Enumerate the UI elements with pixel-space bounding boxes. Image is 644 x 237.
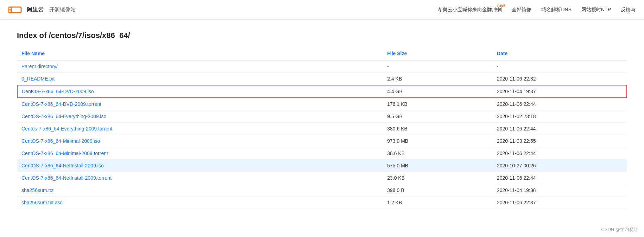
- file-link[interactable]: CentOS-7-x86_64-Minimal-2009.iso: [21, 138, 100, 144]
- file-date-cell: 2020-11-06 22:44: [493, 172, 627, 184]
- file-link[interactable]: CentOS-7-x86_64-DVD-2009.iso: [22, 89, 94, 94]
- file-date-cell: 2020-11-04 19:37: [493, 85, 627, 98]
- file-date-cell: 2020-11-06 22:44: [493, 123, 627, 135]
- file-name-cell: sha256sum.txt.asc: [17, 197, 383, 209]
- new-badge: new: [497, 3, 505, 7]
- table-header: File Name File Size Date: [17, 47, 627, 60]
- header: 阿里云 开源镜像站 冬奥云小宝喊你来向金牌冲刺 new 全部镜像 域名解析DNS…: [0, 0, 644, 20]
- table-row: CentOS-7-x86_64-Everything-2009.iso9.5 G…: [17, 110, 627, 123]
- file-table: File Name File Size Date Parent director…: [17, 47, 627, 209]
- file-date-cell: 2020-11-06 22:37: [493, 197, 627, 209]
- nav-item-feedback[interactable]: 反馈与: [621, 7, 636, 13]
- file-date-cell: 2020-11-02 23:18: [493, 110, 627, 123]
- file-size-cell: 4.4 GB: [383, 85, 493, 98]
- file-name-cell: Centos-7-x86_64-Everything-2009.torrent: [17, 123, 383, 135]
- table-row: Parent directory/--: [17, 60, 627, 73]
- file-date-cell: 2020-11-03 22:55: [493, 135, 627, 147]
- file-name-cell: CentOS-7-x86_64-Minimal-2009.iso: [17, 135, 383, 147]
- file-date-cell: 2020-11-06 22:44: [493, 147, 627, 160]
- table-row: 0_README.txt2.4 KB2020-11-06 22:32: [17, 73, 627, 85]
- nav-item-promotion[interactable]: 冬奥云小宝喊你来向金牌冲刺 new: [438, 7, 502, 13]
- nav-item-dns[interactable]: 域名解析DNS: [541, 7, 572, 13]
- file-size-cell: 176.1 KB: [383, 98, 493, 110]
- file-size-cell: 1.2 KB: [383, 197, 493, 209]
- nav-item-mirrors[interactable]: 全部镜像: [512, 7, 531, 13]
- table-row: Centos-7-x86_64-Everything-2009.torrent3…: [17, 123, 627, 135]
- col-header-name: File Name: [17, 47, 383, 60]
- main-content: Index of /centos/7/isos/x86_64/ File Nam…: [0, 20, 644, 220]
- file-name-cell: sha256sum.txt: [17, 184, 383, 197]
- file-size-cell: 9.5 GB: [383, 110, 493, 123]
- file-link[interactable]: 0_README.txt: [21, 76, 55, 82]
- file-link[interactable]: CentOS-7-x86_64-NetInstall-2009.iso: [21, 163, 103, 168]
- file-link[interactable]: CentOS-7-x86_64-Everything-2009.iso: [21, 114, 106, 119]
- table-row: sha256sum.txt398.0 B2020-11-04 19:38: [17, 184, 627, 197]
- file-date-cell: 2020-11-04 19:38: [493, 184, 627, 197]
- brand-name: 阿里云: [27, 6, 44, 13]
- table-row: CentOS-7-x86_64-DVD-2009.torrent176.1 KB…: [17, 98, 627, 110]
- file-size-cell: 973.0 MB: [383, 135, 493, 147]
- file-link[interactable]: CentOS-7-x86_64-Minimal-2009.torrent: [21, 150, 108, 156]
- file-date-cell: 2020-11-06 22:44: [493, 98, 627, 110]
- nav-item-ntp[interactable]: 网站授时NTP: [581, 7, 611, 13]
- logo-area: 阿里云 开源镜像站: [8, 4, 76, 15]
- file-size-cell: 2.4 KB: [383, 73, 493, 85]
- file-name-cell: CentOS-7-x86_64-NetInstall-2009.torrent: [17, 172, 383, 184]
- file-link[interactable]: CentOS-7-x86_64-DVD-2009.torrent: [21, 101, 101, 107]
- col-header-size: File Size: [383, 47, 493, 60]
- file-size-cell: 380.6 KB: [383, 123, 493, 135]
- col-header-date: Date: [493, 47, 627, 60]
- file-name-cell: CentOS-7-x86_64-Everything-2009.iso: [17, 110, 383, 123]
- file-date-cell: -: [493, 60, 627, 73]
- file-size-cell: 38.6 KB: [383, 147, 493, 160]
- table-row: sha256sum.txt.asc1.2 KB2020-11-06 22:37: [17, 197, 627, 209]
- file-name-cell: CentOS-7-x86_64-DVD-2009.torrent: [17, 98, 383, 110]
- file-link[interactable]: Centos-7-x86_64-Everything-2009.torrent: [21, 126, 112, 132]
- file-size-cell: 23.0 KB: [383, 172, 493, 184]
- file-link[interactable]: sha256sum.txt: [21, 187, 53, 193]
- file-link[interactable]: sha256sum.txt.asc: [21, 200, 63, 205]
- file-date-cell: 2020-11-06 22:32: [493, 73, 627, 85]
- file-name-cell: CentOS-7-x86_64-Minimal-2009.torrent: [17, 147, 383, 160]
- file-name-cell: 0_README.txt: [17, 73, 383, 85]
- table-row: CentOS-7-x86_64-Minimal-2009.iso973.0 MB…: [17, 135, 627, 147]
- file-name-cell: CentOS-7-x86_64-NetInstall-2009.iso: [17, 160, 383, 172]
- file-size-cell: 398.0 B: [383, 184, 493, 197]
- file-link[interactable]: CentOS-7-x86_64-NetInstall-2009.torrent: [21, 175, 112, 181]
- file-date-cell: 2020-10-27 00:26: [493, 160, 627, 172]
- file-size-cell: 575.0 MB: [383, 160, 493, 172]
- logo-icon: [8, 4, 23, 15]
- table-body: Parent directory/--0_README.txt2.4 KB202…: [17, 60, 627, 209]
- file-link[interactable]: Parent directory/: [21, 64, 58, 69]
- table-row: CentOS-7-x86_64-NetInstall-2009.torrent2…: [17, 172, 627, 184]
- site-name: 开源镜像站: [49, 6, 76, 13]
- page-title: Index of /centos/7/isos/x86_64/: [17, 31, 627, 40]
- table-row: CentOS-7-x86_64-NetInstall-2009.iso575.0…: [17, 160, 627, 172]
- file-size-cell: -: [383, 60, 493, 73]
- table-row: CentOS-7-x86_64-DVD-2009.iso4.4 GB2020-1…: [17, 85, 627, 98]
- file-name-cell: Parent directory/: [17, 60, 383, 73]
- file-name-cell: CentOS-7-x86_64-DVD-2009.iso: [17, 85, 383, 98]
- table-row: CentOS-7-x86_64-Minimal-2009.torrent38.6…: [17, 147, 627, 160]
- nav-area: 冬奥云小宝喊你来向金牌冲刺 new 全部镜像 域名解析DNS 网站授时NTP 反…: [438, 7, 636, 13]
